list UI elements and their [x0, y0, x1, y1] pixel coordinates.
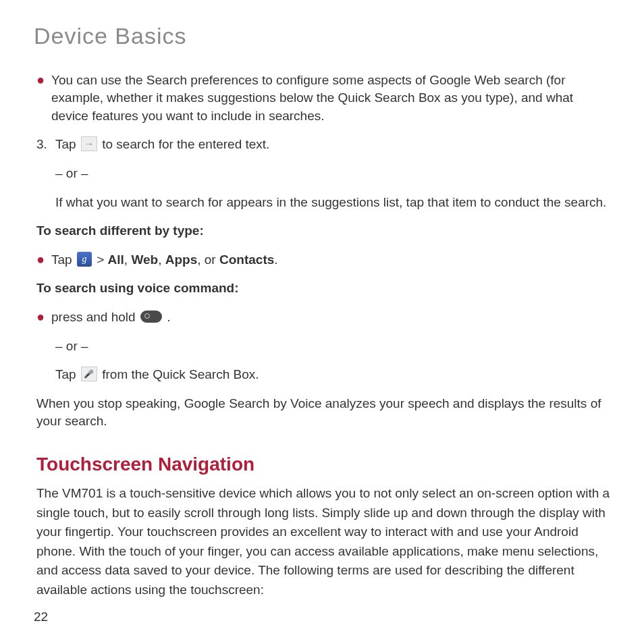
opt-apps: Apps: [165, 252, 198, 267]
touchscreen-body: The VM701 is a touch-sensitive device wh…: [36, 484, 610, 599]
period: .: [274, 252, 277, 267]
bullet-search-type: ● Tap g > All, Web, Apps, or Contacts.: [36, 251, 610, 269]
step-text-b: to search for the entered text.: [102, 137, 269, 151]
step-3: 3. Tap → to search for the entered text.: [36, 136, 610, 154]
microphone-icon: 🎤: [81, 367, 97, 381]
bullet-text: Tap g > All, Web, Apps, or Contacts.: [51, 251, 610, 269]
page-content: ● You can use the Search preferences to …: [34, 72, 610, 600]
tap-text: Tap: [55, 367, 80, 381]
step-3-or: – or –: [36, 165, 610, 183]
bullet-dot-icon: ●: [36, 308, 51, 327]
voice-tap-mic: Tap 🎤 from the Quick Search Box.: [36, 366, 610, 384]
page-title: Device Basics: [34, 20, 610, 53]
bullet-dot-icon: ●: [36, 72, 51, 126]
step-text: Tap → to search for the entered text.: [55, 136, 610, 154]
opt-web: Web: [131, 252, 158, 267]
step-3-alt: If what you want to search for appears i…: [36, 194, 610, 212]
heading-voice-command: To search using voice command:: [36, 279, 610, 298]
page-number: 22: [34, 608, 48, 626]
heading-touchscreen-nav: Touchscreen Navigation: [36, 451, 610, 477]
gt-text: >: [97, 252, 107, 267]
step-text-a: Tap: [55, 137, 80, 151]
step-number: 3.: [36, 136, 55, 154]
search-key-icon: [140, 311, 162, 323]
bullet-text: You can use the Search preferences to co…: [51, 72, 610, 126]
bullet-voice: ● press and hold .: [36, 308, 610, 327]
bullet-search-prefs: ● You can use the Search preferences to …: [36, 72, 610, 126]
opt-all: All: [108, 252, 124, 267]
period: .: [167, 310, 170, 324]
from-text: from the Quick Search Box.: [102, 367, 259, 381]
sep: ,: [158, 252, 165, 267]
voice-or: – or –: [36, 338, 610, 356]
press-text: press and hold: [51, 310, 139, 324]
sep: , or: [197, 252, 219, 267]
tap-text: Tap: [51, 252, 76, 267]
sep: ,: [124, 252, 132, 267]
heading-search-by-type: To search different by type:: [36, 222, 610, 240]
bullet-dot-icon: ●: [36, 251, 51, 269]
opt-contacts: Contacts: [219, 252, 274, 267]
bullet-text: press and hold .: [51, 308, 610, 327]
arrow-right-icon: →: [81, 136, 97, 151]
google-icon: g: [77, 252, 92, 267]
voice-stop-speaking: When you stop speaking, Google Search by…: [36, 395, 610, 431]
